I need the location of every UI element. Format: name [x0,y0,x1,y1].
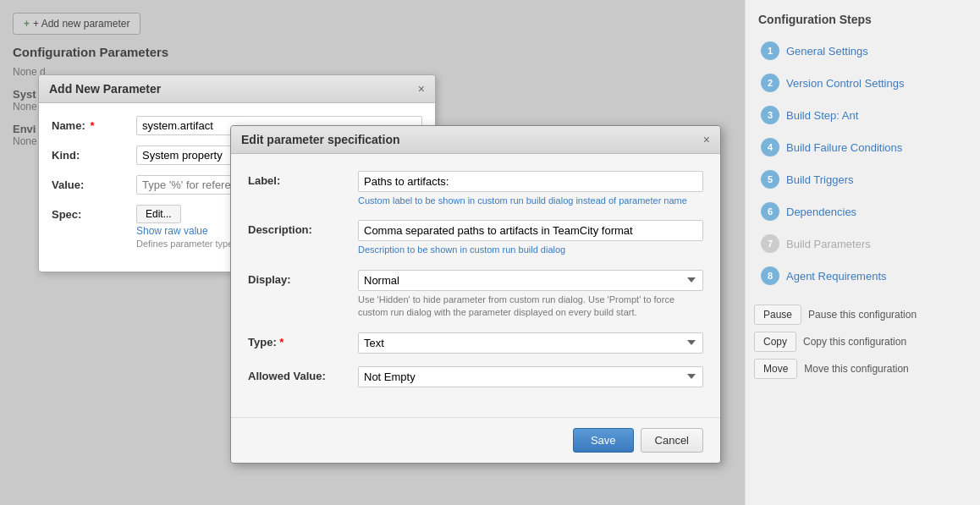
step-label-4: Build Failure Conditions [786,141,902,154]
move-row: Move Move this configuration [754,359,972,379]
step-number-1: 1 [761,41,779,60]
edit-spec-close-button[interactable]: × [703,133,710,146]
step-number-8: 8 [761,266,779,285]
pause-button[interactable]: Pause [754,305,801,325]
type-row: Type: * Text Password Checkbox Select [248,332,703,354]
edit-spec-dialog-header: Edit parameter specification × [231,126,720,154]
edit-spec-dialog-title: Edit parameter specification [241,133,400,146]
step-label-7: Build Parameters [786,238,871,250]
sidebar-item-dependencies[interactable]: 6 Dependencies [746,195,980,228]
pause-desc: Pause this configuration [808,309,917,321]
sidebar-item-build-failure[interactable]: 4 Build Failure Conditions [746,131,980,163]
sidebar-item-general-settings[interactable]: 1 General Settings [746,35,980,67]
kind-label: Kind: [52,145,136,162]
step-label-5: Build Triggers [786,173,853,186]
sidebar-actions: Pause Pause this configuration Copy Copy… [746,305,980,379]
step-label-8: Agent Requirements [786,270,887,283]
config-steps-title: Configuration Steps [746,13,980,35]
sidebar-item-agent-requirements[interactable]: 8 Agent Requirements [746,260,980,292]
sidebar-item-build-triggers[interactable]: 5 Build Triggers [746,163,980,195]
step-number-4: 4 [761,138,779,156]
sidebar: Configuration Steps 1 General Settings 2… [745,0,980,505]
spec-edit-button[interactable]: Edit... [136,205,181,223]
display-row: Display: Normal Hidden Prompt Use 'Hidde… [248,270,703,320]
name-required: * [90,119,94,132]
add-param-dialog-title: Add New Parameter [49,82,161,96]
copy-desc: Copy this configuration [803,336,906,348]
sidebar-item-version-control[interactable]: 2 Version Control Settings [746,67,980,99]
spec-allowed-value-label: Allowed Value: [248,366,358,382]
step-number-7: 7 [761,234,779,253]
label-row: Label: Custom label to be shown in custo… [248,171,703,207]
step-number-5: 5 [761,170,779,189]
spec-type-control-wrap: Text Password Checkbox Select [358,332,703,354]
spec-display-control-wrap: Normal Hidden Prompt Use 'Hidden' to hid… [358,270,703,320]
name-label: Name: * [52,116,136,132]
description-row: Description: Description to be shown in … [248,220,703,256]
step-label-2: Version Control Settings [786,77,904,90]
label-input[interactable] [358,171,703,192]
edit-spec-dialog-body: Label: Custom label to be shown in custo… [231,154,720,417]
step-number-6: 6 [761,202,779,221]
type-required: * [279,336,284,349]
copy-button[interactable]: Copy [754,332,796,352]
spec-description-control-wrap: Description to be shown in custom run bu… [358,220,703,256]
move-button[interactable]: Move [754,359,797,379]
sidebar-item-build-parameters: 7 Build Parameters [746,228,980,260]
spec-label-control-wrap: Custom label to be shown in custom run b… [358,171,703,207]
step-label-6: Dependencies [786,206,856,218]
save-button[interactable]: Save [573,428,634,453]
spec-allowed-value-control-wrap: Not Empty Any Regex [358,366,703,387]
step-number-2: 2 [761,74,779,92]
display-hint: Use 'Hidden' to hide parameter from cust… [358,294,703,320]
sidebar-item-build-step-ant[interactable]: 3 Build Step: Ant [746,99,980,131]
add-param-close-button[interactable]: × [418,82,425,96]
step-label-1: General Settings [786,45,868,58]
spec-type-label: Type: * [248,332,358,349]
copy-row: Copy Copy this configuration [754,332,972,352]
spec-label-label: Label: [248,171,358,187]
allowed-value-row: Allowed Value: Not Empty Any Regex [248,366,703,387]
edit-spec-dialog-footer: Save Cancel [231,417,720,463]
description-hint: Description to be shown in custom run bu… [358,244,703,256]
allowed-value-select[interactable]: Not Empty Any Regex [358,366,703,387]
step-label-3: Build Step: Ant [786,109,858,122]
cancel-button[interactable]: Cancel [641,428,703,453]
spec-description-label: Description: [248,220,358,236]
description-input[interactable] [358,220,703,241]
label-hint: Custom label to be shown in custom run b… [358,195,703,207]
value-label: Value: [52,175,136,191]
type-select[interactable]: Text Password Checkbox Select [358,332,703,354]
edit-spec-dialog: Edit parameter specification × Label: Cu… [230,125,721,464]
spec-label: Spec: [52,205,136,221]
spec-display-label: Display: [248,270,358,286]
pause-row: Pause Pause this configuration [754,305,972,325]
add-param-dialog-header: Add New Parameter × [39,75,435,103]
display-select[interactable]: Normal Hidden Prompt [358,270,703,291]
step-number-3: 3 [761,106,779,124]
move-desc: Move this configuration [804,363,908,375]
